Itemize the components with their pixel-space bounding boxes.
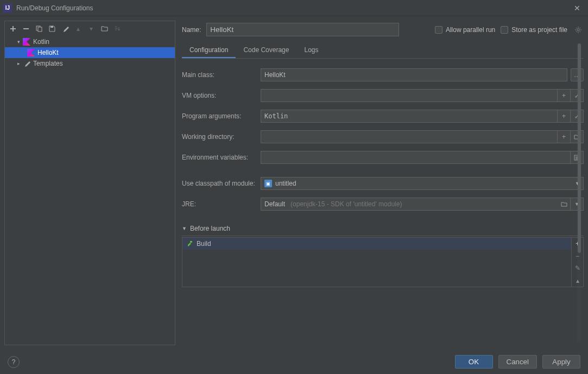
edit-defaults-icon[interactable] [60, 23, 71, 34]
expand-icon[interactable]: ▾ [15, 39, 22, 45]
svg-rect-2 [38, 27, 42, 31]
tab-configuration[interactable]: Configuration [182, 43, 236, 58]
env-vars-label: Environment variables: [182, 154, 261, 161]
collapse-icon[interactable]: ▼ [182, 226, 187, 231]
program-args-input[interactable] [261, 110, 558, 123]
tree-kotlin-folder[interactable]: ▾ Kotlin [5, 36, 175, 47]
jre-hint: (openjdk-15 - SDK of 'untitled' module) [290, 200, 402, 208]
scrollbar[interactable] [577, 43, 581, 343]
move-down-icon: ▾ [86, 23, 97, 34]
main-class-label: Main class: [182, 71, 261, 79]
svg-rect-6 [190, 241, 192, 243]
before-launch-list: Build + − ✎ ▴ [182, 237, 584, 287]
store-project-checkbox[interactable]: Store as project file [501, 26, 567, 34]
tree-label: HelloKt [37, 49, 59, 56]
sort-icon [112, 23, 123, 34]
insert-macro-icon[interactable]: + [558, 89, 571, 102]
svg-rect-0 [23, 28, 29, 29]
scrollbar-thumb[interactable] [578, 43, 581, 253]
name-label: Name: [182, 26, 201, 34]
tab-code-coverage[interactable]: Code Coverage [236, 43, 296, 58]
wrench-icon [22, 60, 31, 67]
insert-macro-icon[interactable]: + [558, 110, 571, 123]
move-up-icon: ▴ [73, 23, 84, 34]
tabs: Configuration Code Coverage Logs [182, 43, 584, 59]
remove-config-icon[interactable] [21, 23, 31, 34]
configurations-tree-panel: ▴ ▾ ▾ Kotlin HelloKt [4, 21, 175, 345]
ok-button[interactable]: OK [455, 355, 493, 369]
vm-options-label: VM options: [182, 92, 261, 99]
before-launch-item-label: Build [197, 240, 211, 248]
hammer-icon [186, 240, 193, 248]
titlebar: IJ Run/Debug Configurations ✕ [0, 0, 588, 16]
jre-label: JRE: [182, 200, 261, 208]
form-area: Main class: … VM options: + ⤢ Progra [182, 59, 584, 345]
gear-icon[interactable] [573, 24, 584, 35]
cancel-button[interactable]: Cancel [498, 355, 538, 369]
apply-button[interactable]: Apply [542, 355, 580, 369]
tree-templates-folder[interactable]: ▸ Templates [5, 58, 175, 69]
before-launch-header[interactable]: ▼ Before launch [182, 221, 584, 236]
add-config-icon[interactable] [8, 23, 18, 34]
config-detail-panel: Name: Allow parallel run Store as projec… [182, 21, 584, 345]
insert-macro-icon[interactable]: + [558, 130, 571, 143]
checkbox-icon[interactable] [435, 26, 442, 34]
tab-logs[interactable]: Logs [296, 43, 326, 58]
classpath-label: Use classpath of module: [182, 180, 261, 187]
vm-options-input[interactable] [261, 89, 558, 102]
expand-icon[interactable]: ▸ [15, 61, 22, 66]
jre-select[interactable]: Default (openjdk-15 - SDK of 'untitled' … [261, 198, 558, 211]
tree-toolbar: ▴ ▾ [5, 21, 175, 36]
browse-folder-icon[interactable] [558, 198, 571, 211]
close-icon[interactable]: ✕ [570, 1, 585, 16]
svg-rect-3 [50, 26, 53, 28]
working-dir-input[interactable] [261, 130, 558, 143]
main-class-input[interactable] [261, 68, 567, 81]
kotlin-icon [27, 49, 35, 56]
checkbox-icon[interactable] [501, 26, 508, 34]
copy-config-icon[interactable] [34, 23, 45, 34]
program-args-label: Program arguments: [182, 112, 261, 120]
env-vars-input[interactable] [261, 151, 571, 164]
checkbox-label: Store as project file [511, 26, 567, 34]
window-title: Run/Debug Configurations [16, 4, 570, 12]
tree-label: Templates [33, 60, 63, 67]
allow-parallel-checkbox[interactable]: Allow parallel run [435, 26, 495, 34]
jre-value: Default [264, 200, 285, 208]
before-launch-label: Before launch [190, 225, 230, 232]
svg-point-4 [577, 28, 579, 30]
kotlin-icon [22, 38, 31, 46]
tree-label: Kotlin [33, 38, 49, 46]
dialog-buttons: ? OK Cancel Apply [0, 350, 588, 374]
module-icon: ▣ [264, 180, 272, 187]
classpath-value: untitled [275, 180, 296, 187]
before-launch-item-build[interactable]: Build [182, 238, 571, 250]
config-tree: ▾ Kotlin HelloKt ▸ Templates [5, 36, 175, 345]
help-button[interactable]: ? [8, 356, 20, 368]
tree-config-hello[interactable]: HelloKt [5, 47, 175, 58]
name-input[interactable] [206, 23, 399, 36]
classpath-select[interactable]: ▣ untitled ▼ [261, 177, 584, 190]
checkbox-label: Allow parallel run [446, 26, 495, 34]
app-icon: IJ [3, 4, 12, 12]
save-config-icon[interactable] [47, 23, 58, 34]
working-dir-label: Working directory: [182, 133, 261, 141]
folder-icon[interactable] [99, 23, 110, 34]
